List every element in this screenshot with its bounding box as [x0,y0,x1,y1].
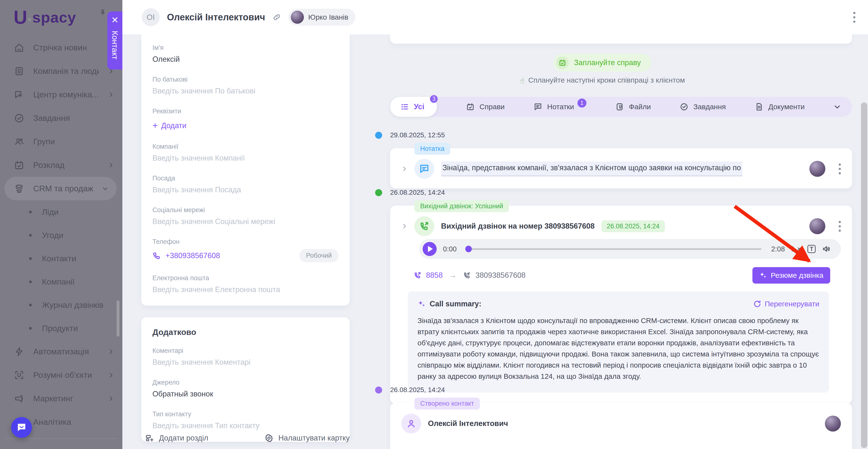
sidebar-item-schedule[interactable]: Розклад [0,153,122,177]
tab-all[interactable]: Усі 3 [390,97,437,117]
configure-card-button[interactable]: Налаштувати картку [265,434,350,443]
comm-center-icon [14,89,25,100]
sidebar-item-crm-sales[interactable]: CRM та продажі [4,177,117,200]
regenerate-button[interactable]: Перегенерувати [753,300,819,308]
bullet-icon [29,211,32,213]
tab-files[interactable]: Файли [615,102,651,111]
contact-slideover-tab[interactable]: ✕ Контакт [107,11,122,69]
field-source[interactable]: Джерело Обратный звонок [152,379,339,398]
bullet-icon [29,281,32,283]
sidebar-item-companies[interactable]: Компанії [0,270,122,293]
list-icon [400,102,409,111]
panel-header: ОІ Олексій Інтелектович Юрко Іванів [122,0,868,34]
sidebar-item-tasks[interactable]: Завдання [0,106,122,130]
field-first-name[interactable]: Ім'я Олексій [152,44,339,64]
schedule-activity-button[interactable]: Заплануйте справу [553,54,652,72]
assignee-chip[interactable]: Юрко Іванів [288,9,355,26]
paperclip-icon [615,102,624,111]
transcript-button[interactable]: T [807,245,816,253]
support-chat-button[interactable] [11,417,32,438]
field-middle-name[interactable]: По батькові Введіть значення По батькові [152,76,339,95]
call-datetime-badge: 26.08.2025, 14:24 [601,220,665,232]
play-button[interactable] [423,242,437,256]
tab-notes[interactable]: Нотатки 1 [534,102,586,111]
ai-sparkles-icon [417,300,426,308]
tabs-chevron-down-icon[interactable] [834,103,841,110]
pin-sidebar-icon[interactable] [99,9,106,16]
sidebar-item-communication-center[interactable]: Центр комуніка... [0,83,122,106]
field-companies[interactable]: Компанії Введіть значення Компанії [152,143,339,162]
seek-thumb[interactable] [465,246,472,252]
sidebar-item-deals[interactable]: Угоди [0,224,122,247]
timeline-dot [375,132,382,139]
main-scrollbar[interactable] [861,102,867,448]
phone-icon [152,252,161,260]
close-icon[interactable]: ✕ [111,16,119,25]
uspacy-logo[interactable]: Uspacy [13,6,76,28]
sidebar-item-automation[interactable]: Автоматизація [0,340,122,363]
note-text[interactable]: Зінаїда, представник компанії, зв'язалас… [441,162,742,176]
sidebar-item-news-feed[interactable]: Стрічка новин [0,36,122,59]
sidebar-item-groups[interactable]: Групи [0,130,122,153]
playback-rate-button[interactable]: 1 × [791,245,801,253]
regenerate-icon [753,300,762,308]
add-section-icon [145,434,154,443]
header-more-menu[interactable] [853,12,856,23]
smart-objects-icon [14,370,25,381]
tab-notes-badge: 1 [578,99,586,107]
copy-link-icon[interactable] [272,13,281,22]
entry-date: 26.08.2025, 14:24 [390,386,852,394]
entry-more-menu[interactable] [838,163,841,174]
extra-section-title: Додатково [152,327,339,337]
sidebar: Uspacy Стрічка новин Компанія та люди Це… [0,0,122,449]
sidebar-item-marketing[interactable]: Маркетинг [0,387,122,410]
add-section-button[interactable]: Додати розділ [145,434,208,443]
field-email[interactable]: Електронна пошта Введіть значення Електр… [152,275,339,294]
call-status-tag: Вихідний дзвінок: Успішний [414,200,509,212]
card-footer-actions: Додати розділ Налаштувати картку [145,434,350,443]
from-number[interactable]: 8858 [426,271,443,280]
contact-tab-label: Контакт [110,31,120,60]
field-contact-type[interactable]: Тип контакту Введіть значення Тип контак… [152,411,339,430]
add-requisite-button[interactable]: +Додати [152,120,339,131]
contact-created-card[interactable]: Створено контакт Олексій Інтелектович [390,403,852,449]
seek-bar[interactable] [466,248,762,250]
sidebar-item-company-people[interactable]: Компанія та люди [0,59,122,83]
check-circle-icon [14,113,25,124]
note-icon [534,102,542,111]
sidebar-scrollbar[interactable] [117,300,120,336]
assignee-avatar [291,11,304,24]
entry-date: 29.08.2025, 12:55 [390,131,852,139]
tab-tasks[interactable]: Завдання [680,102,726,111]
tab-activities[interactable]: Справи [466,102,505,111]
phone-link[interactable]: +380938567608 [165,251,220,260]
contact-details-column: Ім'я Олексій По батькові Введіть значенн… [122,34,352,449]
author-avatar [809,161,825,177]
volume-icon[interactable] [822,244,831,254]
call-title: Вихідний дзвінок на номер 380938567608 [441,222,595,230]
sidebar-item-leads[interactable]: Ліди [0,200,122,224]
field-comments[interactable]: Коментарі Введіть значення Коментарі [152,347,339,367]
note-card[interactable]: Нотатка Зінаїда, представник компанії, з… [390,148,852,188]
timeline-dot [375,387,382,393]
page-title: Олексій Інтелектович [167,12,265,23]
call-out-icon [413,271,422,280]
check-circle-icon [680,102,688,111]
contact-created-title: Олексій Інтелектович [428,419,508,428]
expand-chevron-icon[interactable] [401,223,408,229]
chat-bubble-icon [16,422,27,433]
field-social[interactable]: Соціальні мережі Введіть значення Соціал… [152,206,339,226]
tab-documents[interactable]: Документи [755,102,805,111]
field-position[interactable]: Посада Введіть значення Посада [152,174,339,194]
expand-chevron-icon[interactable] [401,166,408,172]
contact-person-icon [401,414,421,434]
sidebar-item-smart-objects[interactable]: Розумні об'єкти [0,363,122,387]
sidebar-item-products[interactable]: Продукти [0,317,122,340]
sidebar-item-call-log[interactable]: Журнал дзвінків [0,293,122,317]
contact-fields-card: Ім'я Олексій По батькові Введіть значенн… [141,34,350,306]
timeline-entry-call: 26.08.2025, 14:24 Вихідний дзвінок: Успі… [390,189,852,404]
entry-more-menu[interactable] [838,221,841,232]
call-summary-button[interactable]: Резюме дзвінка [752,267,830,284]
entry-date: 26.08.2025, 14:24 [390,189,852,196]
sidebar-item-contacts[interactable]: Контакти [0,247,122,270]
